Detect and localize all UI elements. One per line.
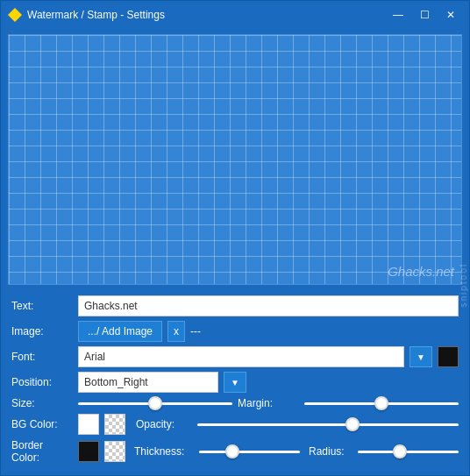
add-image-button[interactable]: .../ Add Image	[78, 321, 162, 342]
opacity-slider-container	[197, 423, 459, 426]
bg-color-label: BG Color:	[11, 418, 73, 430]
position-dropdown-button[interactable]: ▼	[224, 372, 246, 393]
sniptool-label: sniptool	[459, 263, 468, 307]
size-slider[interactable]	[78, 402, 232, 405]
minimize-button[interactable]: —	[387, 6, 409, 24]
margin-slider[interactable]	[304, 402, 459, 405]
maximize-button[interactable]: ☐	[413, 6, 436, 24]
preview-area: Ghacks.net	[8, 34, 462, 285]
bg-color-checker-swatch[interactable]	[104, 414, 125, 435]
radius-label: Radius:	[309, 445, 352, 458]
border-color-checker-swatch[interactable]	[104, 441, 125, 462]
thickness-slider[interactable]	[199, 451, 300, 453]
clear-image-button[interactable]: x	[167, 321, 185, 342]
font-select[interactable]	[78, 346, 404, 367]
radius-slider[interactable]	[358, 451, 459, 453]
size-slider-container	[78, 402, 232, 405]
border-row: Border Color: Thickness: Radius:	[11, 439, 459, 464]
font-dropdown-button[interactable]: ▼	[409, 346, 432, 367]
border-color-dark-swatch[interactable]	[78, 441, 99, 462]
grid-background	[9, 35, 461, 284]
position-row: Position: ▼	[11, 372, 459, 393]
thickness-slider-container	[199, 451, 300, 453]
margin-label: Margin:	[238, 397, 299, 409]
opacity-slider[interactable]	[197, 423, 459, 426]
bg-opacity-row: BG Color: Opacity:	[11, 414, 459, 435]
window-title: Watermark / Stamp - Settings	[27, 9, 387, 21]
size-label: Size:	[11, 397, 73, 409]
title-bar: Watermark / Stamp - Settings — ☐ ✕	[1, 1, 469, 29]
font-dropdown-arrow: ▼	[417, 352, 425, 362]
font-label: Font:	[11, 351, 73, 363]
bg-color-white-swatch[interactable]	[78, 414, 99, 435]
font-row: Font: ▼	[11, 346, 459, 367]
settings-panel: Text: Image: .../ Add Image x --- Font: …	[1, 290, 469, 475]
position-select[interactable]	[78, 372, 218, 393]
radius-slider-container	[358, 451, 459, 453]
margin-slider-container	[304, 402, 459, 405]
border-color-label: Border Color:	[11, 439, 73, 464]
app-icon	[8, 8, 22, 22]
text-input[interactable]	[78, 295, 459, 316]
font-color-swatch[interactable]	[438, 346, 459, 367]
image-path-text: ---	[190, 325, 201, 337]
image-row: Image: .../ Add Image x ---	[11, 321, 459, 342]
text-label: Text:	[11, 300, 73, 312]
size-margin-row: Size: Margin:	[11, 397, 459, 409]
image-label: Image:	[11, 325, 73, 337]
opacity-label: Opacity:	[131, 418, 192, 430]
thickness-label: Thickness:	[134, 445, 194, 458]
main-window: Watermark / Stamp - Settings — ☐ ✕ Ghack…	[0, 0, 470, 476]
window-controls: — ☐ ✕	[387, 6, 462, 24]
position-label: Position:	[11, 376, 73, 388]
watermark-preview-text: Ghacks.net	[388, 264, 454, 279]
text-row: Text:	[11, 295, 459, 316]
close-button[interactable]: ✕	[439, 6, 462, 24]
position-dropdown-arrow: ▼	[231, 378, 239, 387]
